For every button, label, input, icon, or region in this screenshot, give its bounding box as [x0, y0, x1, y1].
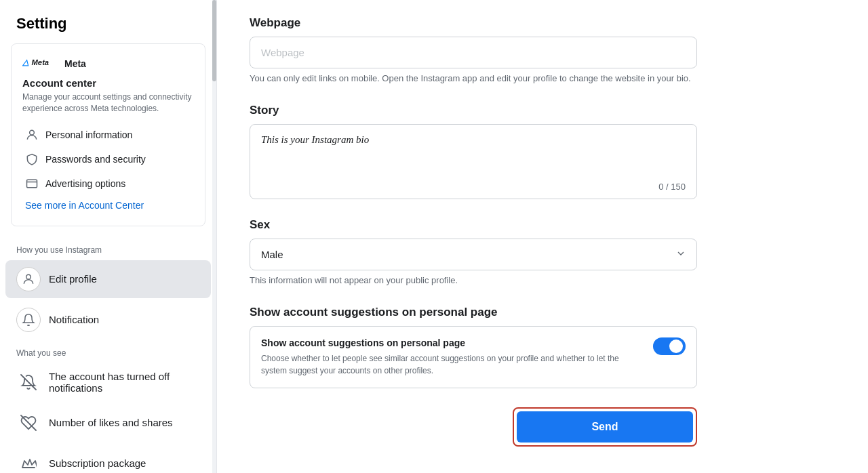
ad-icon [25, 177, 39, 190]
svg-text:Meta: Meta [64, 58, 86, 69]
sidebar-title: Setting [0, 0, 216, 43]
send-button-wrapper: Send [250, 407, 697, 447]
meta-section: △Meta Meta Account center Manage your ac… [11, 43, 205, 226]
sidebar-item-passwords-security[interactable]: Passwords and security [22, 147, 194, 171]
how-you-use-label: How you use Instagram [0, 237, 216, 259]
sex-label: Sex [250, 218, 835, 232]
sex-select-wrapper: Male Female Custom Prefer not to say [250, 239, 697, 270]
user-circle-icon [22, 272, 35, 286]
edit-profile-label: Edit profile [49, 273, 97, 285]
personal-info-label: Personal information [45, 129, 132, 140]
scrollbar-thumb[interactable] [212, 0, 216, 81]
sidebar-item-personal-information[interactable]: Personal information [22, 123, 194, 147]
toggle-slider [653, 337, 686, 355]
svg-point-3 [30, 130, 35, 135]
bell-icon [22, 313, 35, 327]
svg-point-6 [26, 274, 31, 279]
crown-icon [20, 455, 37, 472]
see-more-account-center-link[interactable]: See more in Account Center [22, 196, 194, 215]
edit-profile-icon-circle [16, 267, 41, 291]
heart-off-icon [20, 415, 37, 431]
notification-icon-circle [16, 308, 41, 332]
story-char-count: 0 / 150 [261, 178, 686, 192]
send-button[interactable]: Send [517, 411, 693, 443]
what-you-see-label: What you see [0, 340, 216, 362]
sidebar-item-notification[interactable]: Notification [5, 301, 211, 339]
likes-shares-label: Number of likes and shares [49, 417, 173, 428]
suggestions-label: Show account suggestions on personal pag… [250, 306, 835, 319]
sidebar-item-subscription[interactable]: Subscription package [5, 445, 211, 473]
meta-logo: △Meta Meta [22, 55, 194, 72]
story-textarea-wrapper: 0 / 150 [250, 124, 697, 199]
sex-select[interactable]: Male Female Custom Prefer not to say [250, 239, 697, 270]
meta-logo-icon: △Meta [22, 55, 63, 72]
notification-label: Notification [49, 314, 99, 325]
webpage-input[interactable] [250, 37, 697, 68]
svg-line-7 [21, 375, 36, 390]
sex-hint: This information will not appear on your… [250, 274, 697, 287]
suggestions-card-text: Show account suggestions on personal pag… [261, 337, 653, 377]
main-content: Webpage You can only edit links on mobil… [217, 0, 868, 473]
svg-text:Meta: Meta [32, 58, 50, 66]
suggestions-section: Show account suggestions on personal pag… [250, 306, 835, 388]
sidebar-item-advertising-options[interactable]: Advertising options [22, 171, 194, 196]
subscription-icon-circle [16, 451, 41, 473]
scrollbar-track [212, 0, 216, 473]
sidebar-item-likes-shares[interactable]: Number of likes and shares [5, 404, 211, 442]
account-center-title: Account center [22, 77, 194, 89]
webpage-section: Webpage You can only edit links on mobil… [250, 16, 835, 85]
account-center-desc: Manage your account settings and connect… [22, 91, 194, 115]
suggestions-card-desc: Choose whether to let people see similar… [261, 352, 642, 377]
shield-icon [25, 152, 39, 166]
sidebar: Setting △Meta Meta Account center Manage… [0, 0, 217, 473]
svg-text:△: △ [22, 58, 29, 67]
svg-rect-4 [27, 180, 37, 188]
sex-section: Sex Male Female Custom Prefer not to say… [250, 218, 835, 287]
subscription-label: Subscription package [49, 457, 146, 469]
bell-off-icon-circle [16, 370, 41, 394]
passwords-security-label: Passwords and security [45, 154, 146, 165]
story-textarea[interactable] [261, 134, 686, 175]
suggestions-card: Show account suggestions on personal pag… [250, 326, 697, 388]
advertising-options-label: Advertising options [45, 178, 125, 189]
webpage-hint: You can only edit links on mobile. Open … [250, 73, 697, 85]
send-button-container: Send [513, 407, 697, 447]
person-icon [25, 128, 39, 142]
suggestions-toggle[interactable] [653, 337, 686, 355]
webpage-label: Webpage [250, 16, 835, 30]
heart-off-icon-circle [16, 411, 41, 435]
suggestions-card-title: Show account suggestions on personal pag… [261, 337, 642, 348]
story-label: Story [250, 104, 835, 117]
meta-wordmark-icon: Meta [64, 58, 100, 70]
sidebar-item-edit-profile[interactable]: Edit profile [5, 260, 211, 298]
story-section: Story 0 / 150 [250, 104, 835, 199]
account-notifications-label: The account has turned off notifications [49, 371, 200, 394]
sidebar-item-account-notifications[interactable]: The account has turned off notifications [5, 363, 211, 401]
bell-off-icon [20, 374, 37, 390]
